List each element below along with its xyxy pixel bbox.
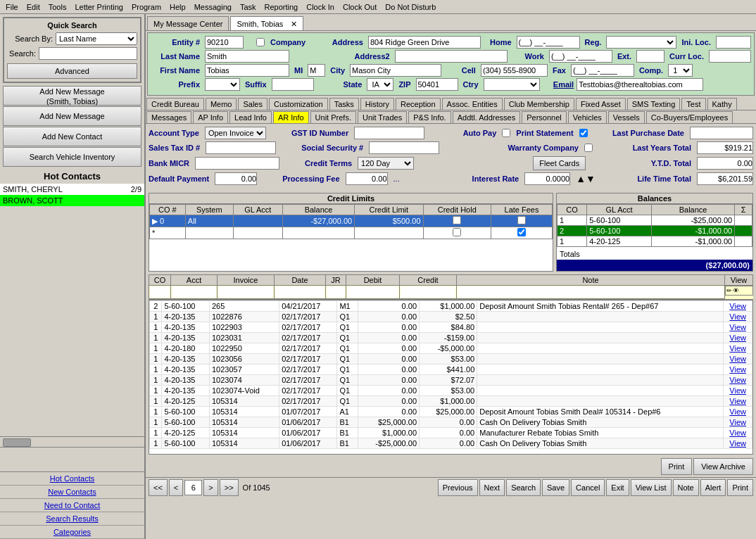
- menu-letter-printing[interactable]: Letter Printing: [70, 1, 127, 13]
- menu-program[interactable]: Program: [127, 1, 165, 13]
- menubar: File Edit Tools Letter Printing Program …: [0, 0, 756, 14]
- menu-messaging[interactable]: Messaging: [190, 1, 236, 13]
- menu-file[interactable]: File: [1, 1, 23, 13]
- menu-clock-out[interactable]: Clock Out: [339, 1, 381, 13]
- menu-help[interactable]: Help: [165, 1, 190, 13]
- menu-task[interactable]: Task: [236, 1, 260, 13]
- menu-clock-in[interactable]: Clock In: [302, 1, 339, 13]
- menu-edit[interactable]: Edit: [23, 1, 44, 13]
- menu-do-not-disturb[interactable]: Do Not Disturb: [381, 1, 440, 13]
- menu-tools[interactable]: Tools: [44, 1, 71, 13]
- menu-reporting[interactable]: Reporting: [260, 1, 303, 13]
